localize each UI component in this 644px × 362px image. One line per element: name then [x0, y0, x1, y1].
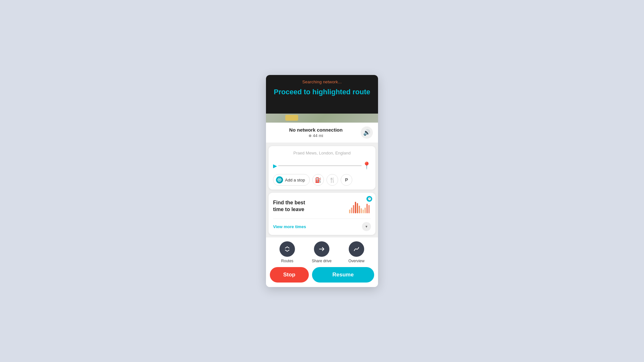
route-arrow-icon: ▶: [273, 163, 277, 169]
add-stop-label: Add a stop: [285, 178, 305, 182]
parking-icon: P: [345, 177, 348, 182]
proceed-text: Proceed to highlighted route: [274, 88, 370, 97]
sound-icon: 🔊: [363, 129, 370, 136]
traffic-chart: 🕐: [348, 197, 371, 215]
share-drive-label: Share drive: [312, 259, 331, 263]
routes-icon-circle: [279, 241, 295, 257]
searching-text: Searching network...: [302, 79, 342, 84]
network-bar: No network connection 44 mi 🔊: [266, 123, 378, 143]
best-time-line2: time to leave: [273, 207, 304, 212]
overview-button[interactable]: Overview: [348, 241, 365, 263]
sound-button[interactable]: 🔊: [361, 126, 373, 139]
distance-row: 44 mi: [309, 133, 323, 138]
view-more-link[interactable]: View more times: [273, 224, 306, 229]
fuel-icon: ⛽: [315, 177, 321, 183]
routes-button[interactable]: Routes: [279, 241, 295, 263]
svg-rect-9: [361, 208, 362, 213]
network-info: No network connection 44 mi: [271, 127, 361, 138]
phone-container: Searching network... Proceed to highligh…: [266, 75, 378, 287]
route-card: Praed Mews, London, England ▶ 📍 Add a st…: [269, 146, 375, 190]
main-buttons: Stop Resume: [266, 266, 378, 287]
route-line: [278, 165, 362, 166]
share-drive-button[interactable]: Share drive: [312, 241, 331, 263]
fuel-button[interactable]: ⛽: [312, 174, 324, 186]
destination-text: Praed Mews, London, England: [273, 151, 371, 155]
distance-text: 44 mi: [313, 133, 323, 138]
add-stop-icon: [276, 176, 283, 183]
stop-button[interactable]: Stop: [270, 267, 309, 283]
network-title: No network connection: [289, 127, 343, 133]
svg-rect-7: [357, 203, 358, 213]
svg-rect-3: [349, 209, 350, 213]
restaurant-button[interactable]: 🍴: [327, 174, 338, 186]
clock-badge: 🕐: [366, 196, 372, 202]
svg-rect-11: [365, 208, 366, 213]
svg-rect-4: [351, 208, 352, 213]
restaurant-icon: 🍴: [329, 177, 336, 183]
share-drive-icon-circle: [314, 241, 329, 257]
nav-header: Searching network... Proceed to highligh…: [266, 75, 378, 114]
parking-button[interactable]: P: [341, 174, 352, 186]
status-dot: [309, 135, 311, 137]
svg-rect-13: [368, 205, 370, 213]
destination-pin-icon: 📍: [362, 162, 371, 170]
svg-rect-6: [355, 202, 356, 213]
add-stop-button[interactable]: Add a stop: [273, 174, 310, 186]
svg-rect-12: [366, 204, 368, 213]
bottom-actions: Routes Share drive Overview: [266, 237, 378, 266]
view-more-row: View more times ▾: [273, 218, 371, 235]
expand-button[interactable]: ▾: [362, 222, 371, 231]
resume-button[interactable]: Resume: [312, 267, 374, 283]
map-area: [266, 114, 378, 123]
routes-label: Routes: [281, 259, 293, 263]
svg-rect-10: [363, 209, 364, 213]
stops-row: Add a stop ⛽ 🍴 P: [273, 174, 371, 186]
best-time-title: Find the best time to leave: [273, 200, 305, 213]
best-time-content: Find the best time to leave 🕐: [273, 197, 371, 215]
best-time-card: Find the best time to leave 🕐: [269, 193, 375, 235]
svg-rect-8: [359, 206, 360, 213]
svg-rect-5: [353, 205, 354, 213]
best-time-line1: Find the best: [273, 200, 305, 205]
chevron-down-icon: ▾: [365, 224, 367, 229]
overview-label: Overview: [348, 259, 365, 263]
route-line-container: ▶ 📍: [273, 162, 371, 170]
overview-icon-circle: [349, 241, 364, 257]
